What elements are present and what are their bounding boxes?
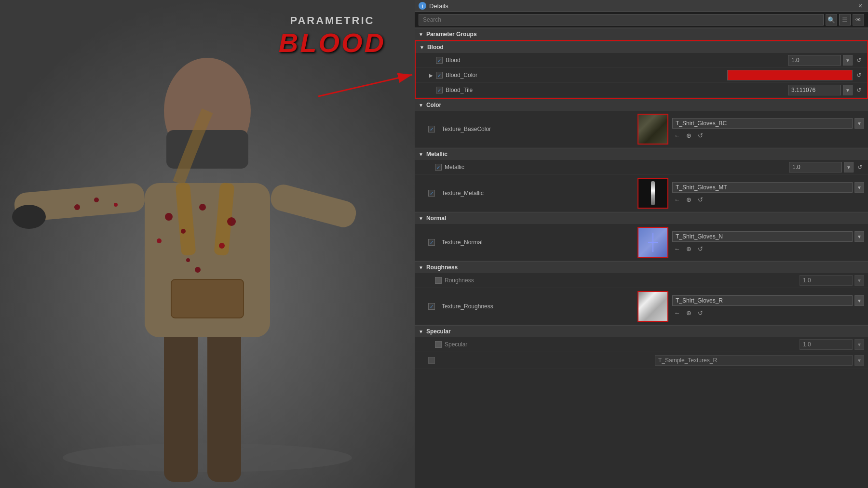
panel-close-button[interactable]: × [856,2,864,10]
blood-tile-value-container: ▼ ↺ [788,85,863,95]
svg-point-23 [114,203,118,207]
roughness-section-text: Roughness [426,264,458,271]
texture-metallic-reset-btn[interactable]: ↺ [695,195,705,204]
search-input[interactable] [419,14,824,26]
viewport: PARAMETRIC BLOOD [0,0,415,488]
texture-roughness-thumb[interactable] [637,291,668,322]
texture-basecolor-dropdown[interactable]: ▼ [854,118,864,129]
texture-normal-param-name: Texture_Normal [442,239,634,246]
blood-color-param-row: ▶ Blood_Color ↺ [416,68,867,83]
blood-tile-dropdown-button[interactable]: ▼ [843,85,853,95]
normal-section-arrow: ▼ [419,216,423,221]
blood-color-expand[interactable]: ▶ [429,73,436,78]
sample-textures-name-input[interactable] [655,355,853,366]
search-button[interactable]: 🔍 [826,14,837,26]
svg-rect-2 [164,328,198,482]
sample-textures-checkbox[interactable] [428,357,435,364]
parameter-groups-label[interactable]: ▼ Parameter Groups [415,28,868,40]
texture-basecolor-param-name: Texture_BaseColor [442,126,634,132]
blood-reset-button[interactable]: ↺ [854,56,863,65]
visibility-button[interactable]: 👁 [853,14,864,26]
specular-section-text: Specular [426,328,451,335]
specular-param-row: Specular ▼ [415,337,868,352]
blood-color-swatch[interactable] [727,70,853,80]
svg-point-16 [199,204,206,211]
texture-roughness-reset-btn[interactable]: ↺ [695,308,705,317]
svg-point-19 [227,217,236,226]
specular-value-input[interactable] [800,339,853,350]
svg-point-21 [195,267,201,273]
texture-normal-thumb[interactable] [637,227,668,258]
texture-normal-reset-btn[interactable]: ↺ [695,244,705,253]
texture-basecolor-select-row: ▼ [672,118,864,129]
metallic-checkbox[interactable] [435,164,442,171]
roughness-checkbox[interactable] [435,277,442,284]
texture-basecolor-search-btn[interactable]: ⊕ [684,131,693,140]
blood-section-label[interactable]: ▼ Blood [416,41,867,53]
color-section-arrow: ▼ [419,103,423,108]
metallic-section-text: Metallic [426,151,448,158]
metallic-section-label[interactable]: ▼ Metallic [415,148,868,160]
svg-point-14 [165,213,173,221]
texture-metallic-search-btn[interactable]: ⊕ [684,195,693,204]
metallic-reset-button[interactable]: ↺ [855,163,864,171]
texture-metallic-name-input[interactable] [672,182,853,193]
roughness-param-row: Roughness ▼ [415,273,868,288]
normal-section-label[interactable]: ▼ Normal [415,212,868,224]
texture-basecolor-thumb[interactable] [637,114,668,145]
texture-roughness-checkbox[interactable] [428,303,435,310]
texture-metallic-back-btn[interactable]: ← [672,195,682,204]
svg-rect-12 [166,130,248,169]
texture-metallic-dropdown[interactable]: ▼ [854,182,864,193]
roughness-dropdown-button[interactable]: ▼ [854,275,864,286]
blood-tile-checkbox[interactable] [436,87,443,93]
roughness-section-label[interactable]: ▼ Roughness [415,261,868,273]
parameter-groups-text: Parameter Groups [426,31,477,38]
texture-roughness-name-input[interactable] [672,295,853,306]
blood-color-reset-button[interactable]: ↺ [854,71,863,79]
texture-roughness-dropdown[interactable]: ▼ [854,295,864,306]
texture-normal-info: ▼ ← ⊕ ↺ [672,231,864,253]
texture-metallic-checkbox[interactable] [428,190,435,197]
texture-basecolor-name-input[interactable] [672,118,853,129]
specular-checkbox[interactable] [435,341,442,348]
texture-normal-back-btn[interactable]: ← [672,244,682,253]
blood-tile-param-row: Blood_Tile ▼ ↺ [416,83,867,98]
color-section-label[interactable]: ▼ Color [415,99,868,111]
texture-normal-checkbox[interactable] [428,239,435,246]
texture-normal-search-btn[interactable]: ⊕ [684,244,693,253]
texture-normal-name-input[interactable] [672,231,853,242]
metallic-value-input[interactable] [789,162,842,172]
blood-section-arrow: ▼ [420,45,424,50]
blood-color-param-name: Blood_Color [446,72,727,79]
texture-roughness-search-btn[interactable]: ⊕ [684,308,693,317]
metallic-dropdown-button[interactable]: ▼ [844,162,854,172]
specular-dropdown-button[interactable]: ▼ [854,339,864,350]
blood-tile-reset-button[interactable]: ↺ [854,86,863,94]
texture-basecolor-back-btn[interactable]: ← [672,131,682,140]
panel-title: Details [429,2,854,10]
texture-metallic-thumb[interactable] [637,178,668,209]
details-panel: i Details × 🔍 ☰ 👁 ▼ Parameter Groups ▼ B… [415,0,868,488]
texture-metallic-info: ▼ ← ⊕ ↺ [672,182,864,204]
specular-section-label[interactable]: ▼ Specular [415,325,868,337]
texture-basecolor-reset-btn[interactable]: ↺ [695,131,705,140]
sample-textures-dropdown[interactable]: ▼ [854,355,864,366]
texture-roughness-param-name: Texture_Roughness [442,303,634,310]
texture-basecolor-checkbox[interactable] [428,126,435,132]
panel-content: ▼ Parameter Groups ▼ Blood Blood ▼ ↺ [415,28,868,488]
texture-roughness-back-btn[interactable]: ← [672,308,682,317]
character-svg [0,0,415,488]
roughness-value-input[interactable] [800,275,853,286]
blood-tile-value-input[interactable] [788,85,841,95]
specular-value-container: ▼ [800,339,864,350]
blood-text: BLOOD [279,27,386,58]
svg-point-18 [186,258,190,262]
texture-normal-dropdown[interactable]: ▼ [854,231,864,242]
blood-color-checkbox[interactable] [436,72,443,79]
parameter-groups-arrow: ▼ [419,32,423,37]
blood-dropdown-button[interactable]: ▼ [843,55,853,66]
list-view-button[interactable]: ☰ [839,14,851,26]
blood-value-input[interactable] [788,55,841,66]
blood-checkbox[interactable] [436,57,443,64]
